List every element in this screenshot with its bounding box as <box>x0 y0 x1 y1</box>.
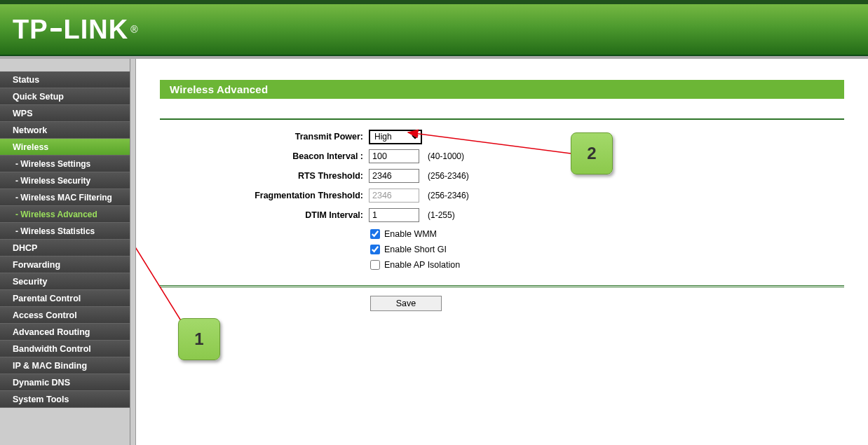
brand-logo: TPLINK® <box>13 15 139 45</box>
sidebar-item-wireless-settings[interactable]: - Wireless Settings <box>0 156 130 172</box>
row-rts-threshold: RTS Threshold: (256-2346) <box>160 167 844 184</box>
enable-wmm-checkbox[interactable] <box>370 229 380 239</box>
row-transmit-power: Transmit Power: HighMediumLow <box>160 128 844 145</box>
row-enable-ap-isolation: Enable AP Isolation <box>160 257 844 273</box>
sidebar-item-security[interactable]: Security <box>0 273 130 290</box>
hint-beacon-interval: (40-1000) <box>428 151 464 161</box>
label-enable-short-gi: Enable Short GI <box>384 245 447 254</box>
sidebar-item-wireless-advanced[interactable]: - Wireless Advanced <box>0 206 130 223</box>
sidebar-item-status[interactable]: Status <box>0 71 130 88</box>
brand-link: LINK <box>64 15 129 45</box>
sidebar-item-access-control[interactable]: Access Control <box>0 307 130 324</box>
sidebar-item-network[interactable]: Network <box>0 122 130 139</box>
app-window: TPLINK® StatusQuick SetupWPSNetworkWirel… <box>0 0 868 445</box>
body-layout: StatusQuick SetupWPSNetworkWireless- Wir… <box>0 59 868 445</box>
hint-dtim-interval: (1-255) <box>428 210 455 220</box>
sidebar-item-advanced-routing[interactable]: Advanced Routing <box>0 324 130 341</box>
divider <box>160 285 844 287</box>
settings-form: Transmit Power: HighMediumLow Beacon Int… <box>160 128 844 273</box>
header-banner: TPLINK® <box>0 4 868 56</box>
label-dtim-interval: DTIM Interval: <box>160 210 369 220</box>
label-enable-ap-isolation: Enable AP Isolation <box>384 260 460 270</box>
content-pane: Wireless Advanced Transmit Power: HighMe… <box>136 59 868 445</box>
sidebar-item-wireless-security[interactable]: - Wireless Security <box>0 172 130 189</box>
sidebar: StatusQuick SetupWPSNetworkWireless- Wir… <box>0 59 130 445</box>
sidebar-item-ip-mac-binding[interactable]: IP & MAC Binding <box>0 357 130 374</box>
annotation-callout-2-label: 2 <box>587 144 596 163</box>
annotation-callout-2: 2 <box>571 132 613 174</box>
sidebar-item-dhcp[interactable]: DHCP <box>0 240 130 256</box>
page-title: Wireless Advanced <box>160 80 844 99</box>
sidebar-item-parental-control[interactable]: Parental Control <box>0 290 130 307</box>
sidebar-item-wireless[interactable]: Wireless <box>0 139 130 156</box>
save-area: Save <box>160 296 844 311</box>
frag-threshold-input <box>369 189 419 203</box>
row-dtim-interval: DTIM Interval: (1-255) <box>160 207 844 224</box>
hint-rts-threshold: (256-2346) <box>428 171 469 181</box>
annotation-callout-1-label: 1 <box>194 329 203 349</box>
label-beacon-interval: Beacon Interval : <box>160 151 369 161</box>
beacon-interval-input[interactable] <box>369 149 419 163</box>
enable-ap-isolation-checkbox[interactable] <box>370 260 380 270</box>
sidebar-item-dynamic-dns[interactable]: Dynamic DNS <box>0 374 130 391</box>
rts-threshold-input[interactable] <box>369 169 419 183</box>
registered-icon: ® <box>130 24 138 35</box>
brand-dash-icon <box>50 28 62 32</box>
sidebar-item-wireless-statistics[interactable]: - Wireless Statistics <box>0 223 130 240</box>
save-button[interactable]: Save <box>370 296 442 311</box>
transmit-power-select[interactable]: HighMediumLow <box>369 130 422 144</box>
sidebar-item-system-tools[interactable]: System Tools <box>0 391 130 408</box>
label-transmit-power: Transmit Power: <box>160 132 369 142</box>
sidebar-item-bandwidth-control[interactable]: Bandwidth Control <box>0 341 130 357</box>
label-rts-threshold: RTS Threshold: <box>160 171 369 181</box>
vertical-divider <box>130 59 136 445</box>
label-enable-wmm: Enable WMM <box>384 229 437 239</box>
row-frag-threshold: Fragmentation Threshold: (256-2346) <box>160 187 844 204</box>
sidebar-item-forwarding[interactable]: Forwarding <box>0 256 130 273</box>
sidebar-item-wireless-mac-filtering[interactable]: - Wireless MAC Filtering <box>0 189 130 206</box>
brand-tp: TP <box>13 15 48 45</box>
label-frag-threshold: Fragmentation Threshold: <box>160 191 369 200</box>
hint-frag-threshold: (256-2346) <box>428 191 469 200</box>
divider <box>160 118 844 120</box>
sidebar-item-quick-setup[interactable]: Quick Setup <box>0 88 130 105</box>
row-enable-wmm: Enable WMM <box>160 226 844 242</box>
dtim-interval-input[interactable] <box>369 208 419 222</box>
row-beacon-interval: Beacon Interval : (40-1000) <box>160 148 844 165</box>
enable-short-gi-checkbox[interactable] <box>370 245 380 254</box>
sidebar-item-wps[interactable]: WPS <box>0 105 130 122</box>
annotation-callout-1: 1 <box>178 318 220 360</box>
row-enable-short-gi: Enable Short GI <box>160 242 844 257</box>
